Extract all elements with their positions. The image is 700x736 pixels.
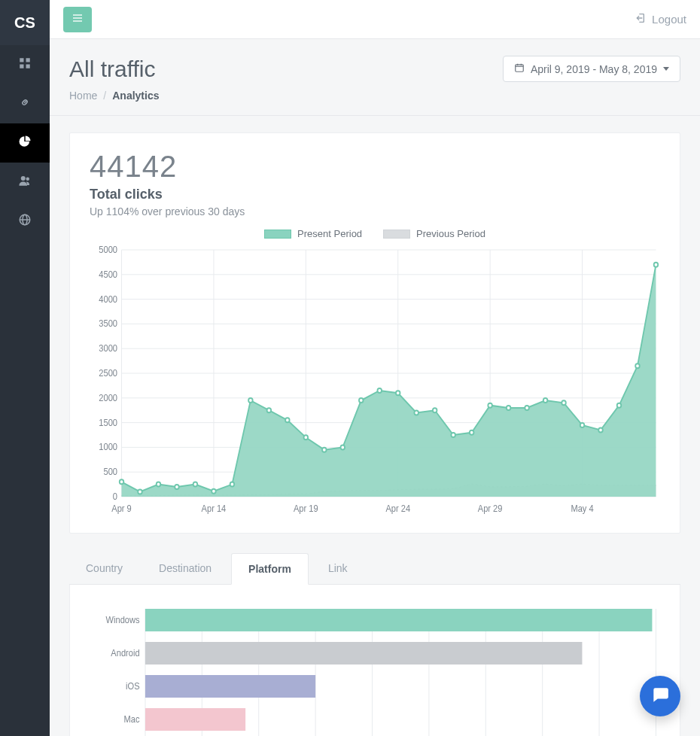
svg-text:2000: 2000: [99, 394, 117, 403]
page-header: All traffic April 9, 2019 - May 8, 2019 …: [50, 39, 700, 116]
breadcrumb-home[interactable]: Home: [69, 90, 97, 102]
metric-value: 44142: [90, 150, 660, 184]
main: Logout All traffic April 9, 2019 - May 8…: [50, 0, 700, 736]
svg-point-62: [341, 446, 345, 450]
svg-rect-3: [26, 65, 30, 68]
svg-rect-91: [145, 609, 652, 631]
svg-text:4000: 4000: [99, 295, 117, 304]
sidebar: CS: [0, 0, 50, 736]
menu-toggle-button[interactable]: [63, 7, 92, 32]
content: 44142 Total clicks Up 1104% over previou…: [50, 116, 700, 736]
breadcrumb-separator: /: [103, 90, 106, 102]
metric-label: Total clicks: [90, 187, 660, 202]
sidebar-item-dashboard[interactable]: [0, 45, 50, 84]
svg-point-51: [138, 490, 142, 494]
grid-icon: [18, 56, 32, 73]
svg-text:1000: 1000: [99, 443, 117, 452]
svg-point-73: [543, 399, 548, 403]
svg-point-76: [598, 428, 603, 433]
svg-text:Windows: Windows: [106, 616, 140, 625]
svg-point-5: [26, 178, 30, 181]
svg-point-54: [193, 482, 198, 487]
svg-point-56: [230, 482, 235, 487]
svg-point-52: [157, 482, 161, 487]
svg-point-67: [433, 409, 437, 413]
svg-point-57: [248, 399, 253, 403]
svg-rect-10: [73, 17, 82, 18]
svg-rect-12: [516, 65, 524, 71]
svg-point-71: [507, 406, 511, 410]
svg-text:Apr 19: Apr 19: [294, 504, 318, 513]
date-range-picker[interactable]: April 9, 2019 - May 8, 2019: [503, 56, 680, 82]
svg-point-74: [562, 401, 566, 406]
breadcrumb-current: Analytics: [112, 90, 159, 102]
svg-text:Apr 29: Apr 29: [478, 504, 503, 513]
svg-rect-9: [73, 14, 82, 15]
svg-text:1500: 1500: [99, 418, 117, 427]
swatch-present-icon: [264, 230, 291, 239]
svg-text:2500: 2500: [99, 369, 117, 378]
tab-country[interactable]: Country: [69, 553, 139, 584]
svg-point-79: [654, 263, 659, 267]
svg-point-72: [525, 406, 529, 410]
svg-text:3000: 3000: [99, 344, 117, 353]
svg-point-63: [359, 399, 364, 403]
svg-point-55: [212, 489, 216, 494]
svg-point-66: [414, 411, 418, 415]
legend-present-label: Present Period: [297, 228, 362, 239]
svg-point-58: [267, 409, 272, 413]
link-icon: [18, 96, 32, 112]
svg-text:iOS: iOS: [126, 682, 140, 691]
logout-icon: [634, 12, 646, 26]
logout-link[interactable]: Logout: [634, 12, 686, 26]
users-icon: [18, 174, 32, 190]
svg-text:May 4: May 4: [571, 504, 594, 513]
tab-platform[interactable]: Platform: [231, 553, 309, 585]
tab-destination[interactable]: Destination: [142, 553, 228, 584]
sidebar-item-users[interactable]: [0, 163, 50, 202]
sidebar-item-links[interactable]: [0, 84, 50, 123]
svg-text:Mac: Mac: [124, 715, 140, 724]
svg-rect-95: [145, 675, 315, 698]
svg-text:500: 500: [103, 467, 117, 476]
svg-text:5000: 5000: [99, 245, 117, 254]
clicks-card: 44142 Total clicks Up 1104% over previou…: [69, 132, 680, 534]
swatch-previous-icon: [383, 230, 410, 239]
logout-label: Logout: [652, 13, 686, 26]
tab-link[interactable]: Link: [312, 553, 364, 584]
svg-point-68: [451, 433, 455, 437]
svg-rect-97: [145, 708, 245, 731]
svg-point-75: [580, 423, 585, 427]
svg-point-60: [304, 436, 309, 440]
chat-launcher-button[interactable]: [640, 676, 680, 716]
hamburger-icon: [72, 12, 84, 27]
svg-text:4500: 4500: [99, 270, 117, 279]
svg-rect-2: [20, 65, 23, 68]
svg-text:3500: 3500: [99, 319, 117, 328]
svg-point-4: [21, 176, 26, 181]
svg-text:Apr 9: Apr 9: [111, 504, 132, 513]
breakdown-tabs: CountryDestinationPlatformLink: [69, 553, 680, 585]
legend-present: Present Period: [264, 228, 362, 239]
platform-panel: WindowsAndroidiOSMacOther: [69, 585, 680, 736]
sidebar-item-analytics[interactable]: [0, 123, 50, 163]
svg-point-77: [617, 403, 622, 408]
sidebar-item-globe[interactable]: [0, 202, 50, 241]
svg-point-70: [488, 403, 492, 408]
svg-point-64: [377, 388, 382, 393]
svg-text:Android: Android: [111, 649, 139, 658]
svg-rect-0: [20, 58, 23, 62]
svg-rect-1: [26, 58, 30, 62]
page-title: All traffic: [69, 56, 155, 82]
svg-text:0: 0: [113, 492, 117, 501]
brand-logo: CS: [0, 0, 50, 45]
svg-text:Apr 24: Apr 24: [385, 504, 410, 513]
svg-point-78: [635, 364, 640, 369]
svg-rect-93: [145, 642, 582, 665]
svg-point-50: [120, 480, 124, 485]
svg-point-61: [322, 448, 327, 452]
chat-icon: [650, 685, 670, 707]
legend-previous-label: Previous Period: [416, 228, 485, 239]
platform-bar-chart: WindowsAndroidiOSMacOther: [90, 601, 660, 736]
topbar: Logout: [50, 0, 700, 39]
